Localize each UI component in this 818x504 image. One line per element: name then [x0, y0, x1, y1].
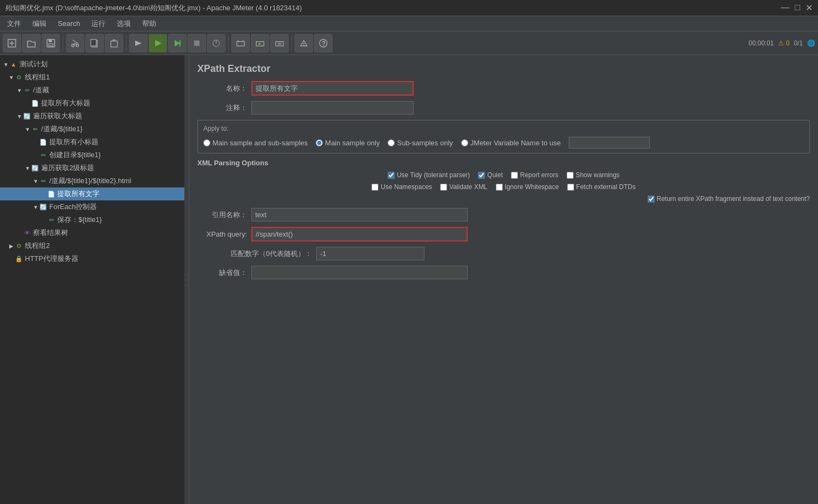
checkbox-fetch-dtds[interactable]: Fetch external DTDs: [567, 183, 636, 191]
tree-item-view-tree[interactable]: 👁 察看结果树: [0, 226, 189, 239]
jmeter-var-input[interactable]: [569, 137, 650, 149]
svg-marker-15: [155, 40, 162, 46]
tree-item-foreach-titles[interactable]: ▼ 🔄 遍历获取大标题: [0, 110, 189, 123]
tree-toggle[interactable]: ▼: [32, 204, 39, 210]
menu-edit[interactable]: 编辑: [28, 17, 51, 30]
xpath-input[interactable]: [251, 227, 468, 241]
checkbox-ignore-whitespace[interactable]: Ignore Whitespace: [496, 183, 559, 191]
checkbox-validate-xml-input[interactable]: [440, 184, 447, 191]
menu-options[interactable]: 选项: [112, 17, 135, 30]
thread-count: 0/1: [794, 39, 803, 47]
toolbar-remote-start-button[interactable]: [251, 34, 269, 52]
name-input[interactable]: [251, 81, 414, 96]
checkbox-return-fragment-input[interactable]: [648, 196, 655, 203]
xml-options-section: XML Parsing Options Use Tidy (tolerant p…: [197, 159, 810, 203]
toolbar-shutdown-button[interactable]: [207, 34, 225, 52]
checkbox-return-fragment-label: Return entire XPath fragment instead of …: [657, 195, 810, 203]
checkbox-report-errors-input[interactable]: [511, 172, 518, 179]
checkbox-report-errors[interactable]: Report errors: [511, 171, 558, 179]
panel-drag-handle[interactable]: ⋮⋮⋮: [184, 55, 189, 504]
network-icon: 🌐: [807, 39, 815, 47]
tree-item-thread-group-2[interactable]: ▶ ⚙ 线程组2: [0, 239, 189, 252]
toolbar-remote-button[interactable]: [231, 34, 250, 52]
radio-main-only[interactable]: Main sample only: [316, 139, 380, 147]
tree-item-http-proxy[interactable]: 🔒 HTTP代理服务器: [0, 252, 189, 265]
maximize-button[interactable]: □: [795, 3, 800, 13]
tree-item-foreach-ctrl[interactable]: ▼ 🔄 ForEach控制器: [0, 200, 189, 213]
toolbar-expand-button[interactable]: [129, 34, 148, 52]
match-input[interactable]: [316, 247, 424, 260]
tree-panel: ▼ ▲ 测试计划 ▼ ⚙ 线程组1 ▼ ✏ /道藏 📄 提取所有大标题 ▼ 🔄 …: [0, 55, 189, 504]
tree-toggle[interactable]: ▼: [32, 178, 39, 184]
tree-label-extract-titles: 提取所有大标题: [41, 98, 90, 108]
return-fragment-row: Return entire XPath fragment instead of …: [197, 195, 810, 203]
create-dir-icon: ✏: [39, 151, 48, 159]
toolbar-clear-button[interactable]: [295, 34, 313, 52]
minimize-button[interactable]: —: [781, 3, 789, 13]
radio-main-only-input[interactable]: [316, 139, 323, 146]
tree-toggle[interactable]: ▶: [8, 243, 15, 249]
toolbar-help-button[interactable]: ?: [314, 34, 332, 52]
tree-item-extract-titles[interactable]: 📄 提取所有大标题: [0, 97, 189, 110]
tree-item-thread-group-1[interactable]: ▼ ⚙ 线程组1: [0, 71, 189, 84]
tree-item-foreach-h2[interactable]: ▼ 🔄 遍历获取2级标题: [0, 162, 189, 174]
checkbox-use-tidy-input[interactable]: [388, 172, 395, 179]
toolbar-remote-stop-button[interactable]: [270, 34, 289, 52]
checkbox-show-warnings-input[interactable]: [567, 172, 574, 179]
toolbar-open-button[interactable]: [22, 34, 41, 52]
checkbox-quiet[interactable]: Quiet: [478, 171, 503, 179]
close-button[interactable]: ✕: [806, 3, 813, 13]
tree-item-dao-cang-title1[interactable]: ▼ ✏ /道藏/${title1}: [0, 123, 189, 136]
menu-run[interactable]: 运行: [87, 17, 110, 30]
svg-rect-12: [91, 39, 96, 46]
tree-toggle[interactable]: ▼: [3, 62, 9, 68]
checkbox-return-fragment[interactable]: Return entire XPath fragment instead of …: [648, 195, 810, 203]
tree-item-extract-small[interactable]: 📄 提取所有小标题: [0, 136, 189, 149]
radio-jmeter-var[interactable]: JMeter Variable Name to use: [461, 139, 561, 147]
tree-item-save-title1[interactable]: ✏ 保存：${title1}: [0, 213, 189, 226]
tree-item-dao-cang[interactable]: ▼ ✏ /道藏: [0, 84, 189, 97]
thread-group-icon: ⚙: [15, 73, 23, 82]
toolbar-cut-button[interactable]: [66, 34, 84, 52]
checkbox-use-tidy[interactable]: Use Tidy (tolerant parser): [388, 171, 470, 179]
toolbar-paste-button[interactable]: [105, 34, 123, 52]
default-input[interactable]: [251, 266, 468, 279]
toolbar-sep-2: [126, 36, 127, 51]
tree-label-dao-cang-title1: /道藏/${title1}: [41, 124, 83, 134]
checkbox-quiet-input[interactable]: [478, 172, 485, 179]
toolbar-start-no-pause-button[interactable]: [168, 34, 187, 52]
radio-jmeter-var-input[interactable]: [461, 139, 468, 146]
tree-toggle[interactable]: ▼: [24, 126, 31, 132]
tree-item-create-dir[interactable]: ✏ 创建目录${title1}: [0, 149, 189, 162]
checkbox-show-warnings[interactable]: Show warnings: [567, 171, 620, 179]
tree-item-extract-text[interactable]: 📄 提取所有文字: [0, 187, 189, 200]
toolbar-save-button[interactable]: [42, 34, 60, 52]
tree-toggle[interactable]: ▼: [16, 88, 23, 93]
tree-toggle[interactable]: ▼: [16, 113, 23, 119]
toolbar-stop-button[interactable]: [188, 34, 206, 52]
tree-toggle[interactable]: ▼: [8, 75, 15, 80]
radio-main-sub[interactable]: Main sample and sub-samples: [203, 139, 308, 147]
checkbox-fetch-dtds-input[interactable]: [567, 184, 574, 191]
radio-sub-only-input[interactable]: [388, 139, 395, 146]
checkbox-use-namespaces-input[interactable]: [371, 184, 378, 191]
tree-label-extract-small: 提取所有小标题: [49, 137, 98, 147]
radio-sub-only[interactable]: Sub-samples only: [388, 139, 453, 147]
tree-item-dao-cang-title12-html[interactable]: ▼ ✏ /道藏/${title1}/${title2}.html: [0, 174, 189, 187]
menu-file[interactable]: 文件: [3, 17, 25, 30]
checkbox-use-namespaces[interactable]: Use Namespaces: [371, 183, 432, 191]
toolbar-start-button[interactable]: [149, 34, 167, 52]
menu-search[interactable]: Search: [54, 18, 84, 29]
checkbox-use-namespaces-label: Use Namespaces: [381, 183, 432, 191]
checkbox-ignore-whitespace-input[interactable]: [496, 184, 503, 191]
radio-main-sub-input[interactable]: [203, 139, 210, 146]
comment-input[interactable]: [251, 101, 414, 115]
tree-toggle[interactable]: ▼: [24, 165, 31, 171]
svg-text:?: ?: [322, 40, 325, 48]
checkbox-validate-xml[interactable]: Validate XML: [440, 183, 487, 191]
ref-name-input[interactable]: [251, 208, 468, 221]
menu-help[interactable]: 帮助: [138, 17, 161, 30]
toolbar-copy-button[interactable]: [85, 34, 104, 52]
toolbar-new-button[interactable]: [3, 34, 21, 52]
tree-item-test-plan[interactable]: ▼ ▲ 测试计划: [0, 58, 189, 71]
